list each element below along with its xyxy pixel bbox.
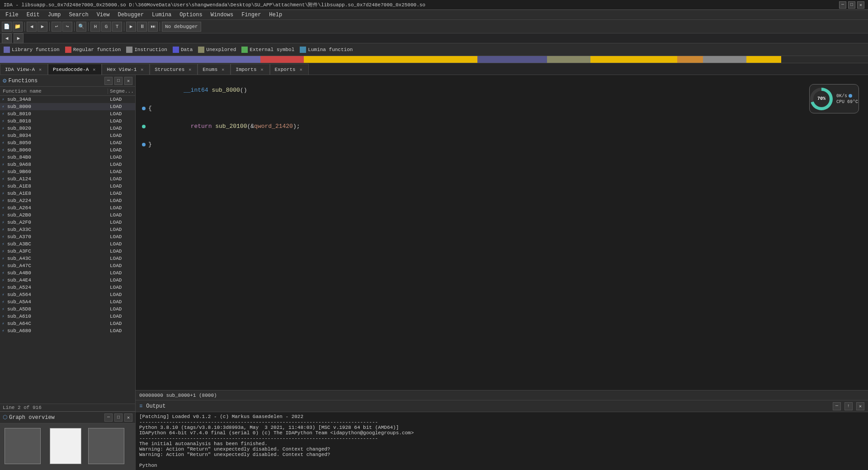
function-row[interactable]: ⚡ sub_A370 LOAD — [0, 233, 135, 240]
toolbar-undo[interactable]: ↩ — [52, 22, 61, 32]
function-row[interactable]: ⚡ sub_A5D8 LOAD — [0, 306, 135, 313]
title-bar-controls: ─ □ ✕ — [839, 1, 864, 9]
legend-item: Regular function — [65, 47, 121, 53]
function-row[interactable]: ⚡ sub_9A68 LOAD — [0, 161, 135, 168]
toolbar-stop[interactable]: ⏸ — [137, 22, 147, 32]
output-btn2[interactable]: ↑ — [844, 402, 853, 410]
toolbar-hex[interactable]: H — [90, 22, 100, 32]
functions-close[interactable]: ✕ — [124, 77, 132, 85]
debugger-label[interactable]: No debugger — [162, 22, 201, 32]
function-row[interactable]: ⚡ sub_A224 LOAD — [0, 197, 135, 204]
tab-Hex-View-1[interactable]: Hex View-1✕ — [102, 64, 150, 75]
output-btn3[interactable]: ✕ — [856, 402, 864, 410]
function-row[interactable]: ⚡ sub_A5A4 LOAD — [0, 298, 135, 306]
toolbar-back[interactable]: ◀ — [27, 22, 37, 32]
tab-close[interactable]: ✕ — [298, 67, 304, 72]
function-row[interactable]: ⚡ sub_8060 LOAD — [0, 146, 135, 154]
toolbar-search[interactable]: 🔍 — [76, 22, 86, 32]
functions-minimize[interactable]: ─ — [104, 77, 113, 85]
function-icon: ⚡ — [0, 291, 6, 298]
toolbar-forward[interactable]: ▶ — [38, 22, 47, 32]
menu-item-view[interactable]: View — [93, 11, 113, 19]
function-row[interactable]: ⚡ sub_8010 LOAD — [0, 110, 135, 118]
tab-close[interactable]: ✕ — [259, 67, 265, 72]
toolbar-redo[interactable]: ↪ — [62, 22, 72, 32]
function-row[interactable]: ⚡ sub_84B0 LOAD — [0, 154, 135, 161]
tab-Pseudocode-A[interactable]: Pseudocode-A✕ — [48, 64, 102, 75]
toolbar-run[interactable]: ▶ — [126, 22, 136, 32]
function-row[interactable]: ⚡ sub_A3BC LOAD — [0, 240, 135, 248]
tab-Enums[interactable]: Enums✕ — [198, 64, 231, 75]
function-row[interactable]: ⚡ sub_34A8 LOAD — [0, 96, 135, 103]
function-row[interactable]: ⚡ sub_A64C LOAD — [0, 320, 135, 327]
menu-item-lumina[interactable]: Lumina — [148, 11, 175, 19]
code-view[interactable]: __int64 sub_8000() { return sub_20100(&q… — [136, 75, 868, 390]
function-segment: LOAD — [108, 256, 135, 261]
function-segment: LOAD — [108, 205, 135, 211]
tab-close[interactable]: ✕ — [220, 67, 226, 72]
close-button[interactable]: ✕ — [857, 1, 864, 9]
nav-forward[interactable]: ▶ — [14, 33, 24, 43]
menu-item-finger[interactable]: Finger — [238, 11, 264, 19]
function-name: sub_A124 — [6, 176, 108, 182]
toolbar-open[interactable]: 📁 — [13, 22, 23, 32]
tab-Structures[interactable]: Structures✕ — [150, 64, 198, 75]
function-row[interactable]: ⚡ sub_8018 LOAD — [0, 118, 135, 125]
menu-item-debugger[interactable]: Debugger — [114, 11, 147, 19]
function-row[interactable]: ⚡ sub_8000 LOAD — [0, 103, 135, 110]
tab-close[interactable]: ✕ — [38, 67, 43, 72]
function-row[interactable]: ⚡ sub_8020 LOAD — [0, 125, 135, 132]
function-row[interactable]: ⚡ sub_A4B0 LOAD — [0, 269, 135, 277]
toolbar-graph[interactable]: G — [101, 22, 111, 32]
tab-close[interactable]: ✕ — [187, 67, 193, 72]
tab-close[interactable]: ✕ — [91, 67, 97, 72]
function-row[interactable]: ⚡ sub_A524 LOAD — [0, 284, 135, 291]
functions-list[interactable]: ⚡ sub_34A8 LOAD ⚡ sub_8000 LOAD ⚡ sub_80… — [0, 96, 135, 404]
minimize-button[interactable]: ─ — [839, 1, 846, 9]
graph-close[interactable]: ✕ — [124, 414, 132, 422]
function-row[interactable]: ⚡ sub_A2B0 LOAD — [0, 212, 135, 219]
menu-item-jump[interactable]: Jump — [44, 11, 65, 19]
function-row[interactable]: ⚡ sub_A610 LOAD — [0, 313, 135, 320]
maximize-button[interactable]: □ — [848, 1, 855, 9]
menu-item-edit[interactable]: Edit — [23, 11, 43, 19]
function-row[interactable]: ⚡ sub_9B60 LOAD — [0, 168, 135, 175]
nav-back[interactable]: ◀ — [2, 33, 12, 43]
toolbar-new[interactable]: 📄 — [2, 22, 12, 32]
output-content[interactable]: [Patching] Loaded v0.1.2 - (c) Markus Ga… — [136, 412, 868, 470]
function-row[interactable]: ⚡ sub_A124 LOAD — [0, 175, 135, 183]
function-row[interactable]: ⚡ sub_A43C LOAD — [0, 255, 135, 262]
tab-close[interactable]: ✕ — [139, 67, 145, 72]
tab-Imports[interactable]: Imports✕ — [231, 64, 269, 75]
function-row[interactable]: ⚡ sub_A564 LOAD — [0, 291, 135, 298]
legend-item: Data — [173, 47, 193, 53]
function-row[interactable]: ⚡ sub_A33C LOAD — [0, 226, 135, 233]
function-row[interactable]: ⚡ sub_A1E8 LOAD — [0, 190, 135, 197]
tab-IDA-View-A[interactable]: IDA View-A✕ — [0, 64, 48, 75]
nav-bar: ◀ ▶ — [0, 33, 868, 43]
graph-minimize[interactable]: ─ — [104, 414, 113, 422]
menu-item-search[interactable]: Search — [65, 11, 92, 19]
cpu-blue-dot — [849, 94, 852, 98]
function-segment: LOAD — [108, 111, 135, 117]
tab-Exports[interactable]: Exports✕ — [270, 64, 309, 75]
function-row[interactable]: ⚡ sub_A1E8 LOAD — [0, 183, 135, 190]
toolbar-step[interactable]: ⏭ — [148, 22, 158, 32]
graph-float[interactable]: □ — [114, 414, 123, 422]
function-row[interactable]: ⚡ sub_A4E4 LOAD — [0, 277, 135, 284]
function-row[interactable]: ⚡ sub_8050 LOAD — [0, 139, 135, 146]
function-row[interactable]: ⚡ sub_A47C LOAD — [0, 262, 135, 269]
function-row[interactable]: ⚡ sub_A2F0 LOAD — [0, 219, 135, 226]
output-btn1[interactable]: ─ — [833, 402, 841, 410]
menu-item-windows[interactable]: Windows — [207, 11, 237, 19]
function-row[interactable]: ⚡ sub_A264 LOAD — [0, 204, 135, 212]
toolbar-text[interactable]: T — [112, 22, 122, 32]
function-row[interactable]: ⚡ sub_8034 LOAD — [0, 132, 135, 139]
menu-item-file[interactable]: File — [2, 11, 22, 19]
functions-float[interactable]: □ — [114, 77, 123, 85]
menu-item-options[interactable]: Options — [176, 11, 206, 19]
function-row[interactable]: ⚡ sub_A680 LOAD — [0, 327, 135, 334]
function-row[interactable]: ⚡ sub_A3FC LOAD — [0, 248, 135, 255]
menu-item-help[interactable]: Help — [265, 11, 286, 19]
functions-area: ⚙ Functions ─ □ ✕ Function name Segme...… — [0, 75, 135, 411]
